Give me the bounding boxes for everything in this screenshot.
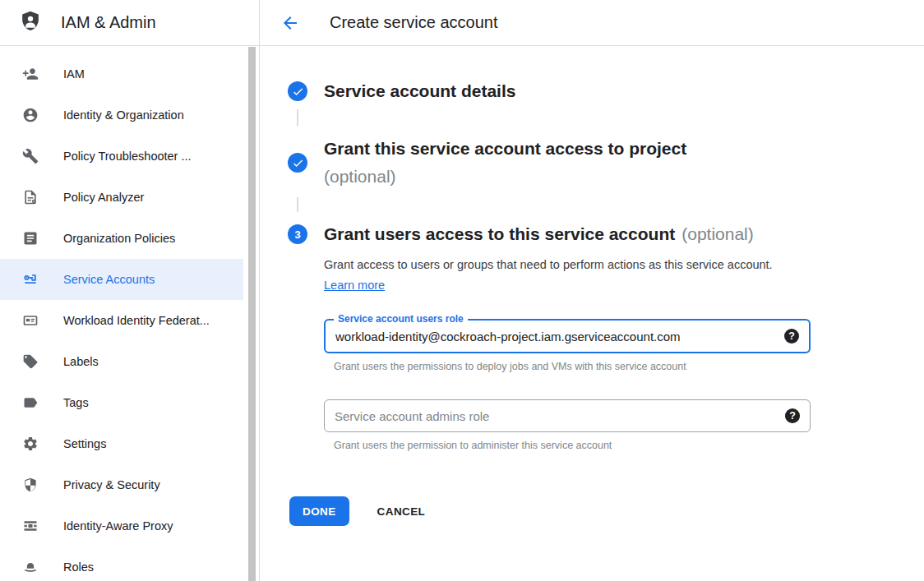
sidebar-item-roles[interactable]: Roles: [0, 546, 243, 581]
step-connector: [297, 109, 298, 126]
sidebar-item-settings[interactable]: Settings: [0, 423, 243, 464]
sidebar-item-identity-organization[interactable]: Identity & Organization: [0, 95, 243, 136]
step-2-title-text: Grant this service account access to pro…: [324, 139, 686, 158]
back-arrow-icon[interactable]: [280, 13, 300, 33]
learn-more-link[interactable]: Learn more: [324, 279, 385, 292]
service-account-users-role-field: Service account users role ?: [324, 319, 811, 353]
step-connector: [297, 197, 298, 212]
step-3-title-text: Grant users access to this service accou…: [324, 224, 675, 243]
cancel-button[interactable]: CANCEL: [377, 505, 426, 518]
card-icon: [22, 312, 39, 329]
sidebar-item-label: Identity & Organization: [63, 108, 184, 122]
iam-shield-logo-icon: [18, 9, 43, 37]
sidebar-item-iam[interactable]: IAM: [0, 53, 243, 95]
step-2-title: Grant this service account access to pro…: [324, 135, 686, 191]
shield-icon: [22, 477, 39, 493]
top-bar: IAM & Admin Create service account: [0, 0, 924, 46]
step-2-header[interactable]: Grant this service account access to pro…: [288, 135, 686, 191]
sidebar-item-label: Organization Policies: [63, 232, 175, 245]
sidebar-item-workload-identity-federation[interactable]: Workload Identity Federat...: [0, 300, 243, 341]
step-1-header[interactable]: Service account details: [288, 81, 515, 101]
sidebar-item-label: Workload Identity Federat...: [63, 314, 210, 327]
step-2-optional-label: (optional): [324, 163, 686, 191]
service-account-admins-role-field: ?: [324, 399, 811, 432]
proxy-icon: [22, 518, 39, 534]
sidebar-item-label: Tags: [63, 396, 89, 409]
sidebar-item-tags[interactable]: Tags: [0, 382, 243, 423]
brand: IAM & Admin: [0, 9, 260, 37]
step-3-description-text: Grant access to users or groups that nee…: [324, 258, 773, 271]
roles-hat-icon: [22, 559, 39, 575]
gear-icon: [22, 436, 39, 452]
step-3-description: Grant access to users or groups that nee…: [324, 255, 789, 296]
sidebar-item-label: IAM: [63, 67, 85, 81]
sidebar-item-privacy-security[interactable]: Privacy & Security: [0, 464, 243, 505]
sidebar-item-label: Policy Troubleshooter ...: [63, 150, 192, 163]
step-1-title: Service account details: [324, 81, 515, 101]
service-account-key-icon: [22, 271, 39, 288]
page-title: Create service account: [330, 13, 498, 32]
wrench-icon: [22, 148, 39, 164]
step-3-title: Grant users access to this service accou…: [324, 220, 754, 248]
wizard-actions: DONE CANCEL: [289, 496, 425, 526]
sidebar-item-label: Policy Analyzer: [63, 191, 144, 204]
sidebar-item-organization-policies[interactable]: Organization Policies: [0, 218, 243, 259]
sidebar-item-policy-analyzer[interactable]: Policy Analyzer: [0, 177, 243, 218]
help-icon[interactable]: ?: [784, 329, 799, 344]
label-tag-icon: [22, 353, 39, 370]
sidebar-item-label: Privacy & Security: [63, 478, 160, 491]
sidebar-divider: [259, 0, 260, 581]
sidebar-item-label: Identity-Aware Proxy: [63, 519, 173, 533]
sidebar-scrollbar[interactable]: [248, 47, 256, 581]
step-3-number: 3: [294, 228, 300, 241]
document-icon: [22, 230, 39, 247]
sidebar-item-label: Roles: [63, 560, 94, 574]
step-3-optional-label: (optional): [681, 224, 754, 243]
sidebar-item-label: Labels: [63, 355, 99, 368]
admins-role-helper-text: Grant users the permission to administer…: [334, 440, 612, 451]
sidebar-nav: IAM Identity & Organization Policy Troub…: [0, 47, 259, 581]
product-title: IAM & Admin: [61, 13, 156, 32]
step-1-complete-icon: [288, 81, 307, 101]
policy-analyzer-icon: [22, 189, 39, 205]
users-role-helper-text: Grant users the permissions to deploy jo…: [334, 361, 686, 372]
users-role-floating-label: Service account users role: [334, 313, 468, 325]
person-add-icon: [22, 66, 39, 82]
admins-role-input[interactable]: [325, 400, 810, 431]
help-icon[interactable]: ?: [785, 408, 800, 423]
sidebar-item-label: Service Accounts: [63, 273, 155, 286]
sidebar-item-label: Settings: [63, 437, 106, 450]
app-window: IAM & Admin Create service account IAM I…: [0, 0, 924, 581]
step-3-number-badge: 3: [288, 224, 307, 244]
main-content: Service account details Grant this servi…: [260, 47, 924, 581]
users-role-input[interactable]: [326, 320, 809, 352]
sidebar-item-labels[interactable]: Labels: [0, 341, 243, 382]
identity-icon: [22, 107, 39, 123]
step-2-complete-icon: [288, 153, 307, 173]
sidebar-item-identity-aware-proxy[interactable]: Identity-Aware Proxy: [0, 505, 243, 546]
done-button[interactable]: DONE: [289, 496, 349, 526]
sidebar-item-service-accounts[interactable]: Service Accounts: [0, 259, 243, 300]
sidebar-item-policy-troubleshooter[interactable]: Policy Troubleshooter ...: [0, 136, 243, 177]
tag-arrow-icon: [22, 394, 39, 411]
sidebar: IAM Identity & Organization Policy Troub…: [0, 47, 259, 581]
step-3-header[interactable]: 3 Grant users access to this service acc…: [288, 220, 754, 248]
